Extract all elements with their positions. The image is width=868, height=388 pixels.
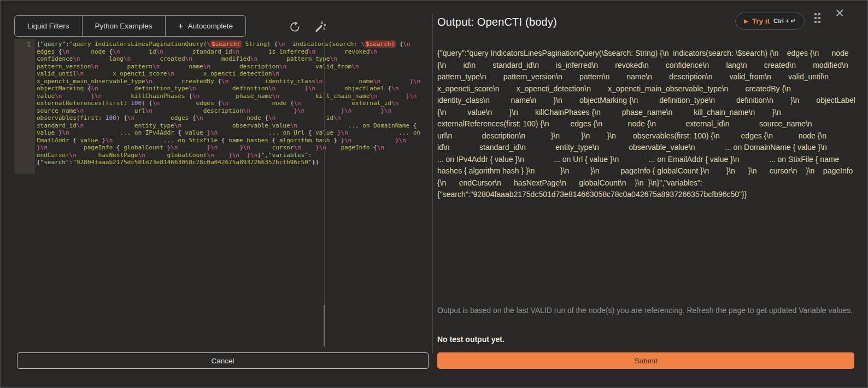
plus-icon: + (178, 21, 184, 31)
refresh-button[interactable] (288, 20, 302, 36)
cancel-button[interactable]: Cancel (17, 352, 429, 369)
close-icon[interactable]: × (835, 5, 844, 21)
editor-gutter: 1 (14, 39, 35, 174)
tab-label: Autocomplete (188, 22, 233, 30)
tab-label: Python Examples (95, 22, 153, 30)
tab-autocomplete[interactable]: + Autocomplete (166, 16, 246, 36)
tab-liquid-filters[interactable]: Liquid Filters (15, 16, 83, 36)
editor-tabbar: Liquid Filters Python Examples + Autocom… (14, 15, 246, 37)
try-it-shortcut: Ctrl + ↵ (773, 18, 796, 25)
magic-wand-button[interactable] (313, 19, 328, 36)
code-editor-content[interactable]: {"query":"query IndicatorsLinesPaginatio… (37, 40, 424, 166)
editor-scrollbar-thumb[interactable] (324, 305, 325, 346)
refresh-icon (289, 21, 301, 33)
magic-wand-icon (314, 20, 327, 33)
try-it-label: Try it (752, 17, 770, 25)
play-icon: ▶ (744, 18, 748, 24)
tab-label: Liquid Filters (27, 22, 69, 30)
output-note: Output is based on the last VALID run of… (437, 305, 858, 316)
line-number: 1 (27, 41, 31, 49)
try-it-button[interactable]: ▶ Try it Ctrl + ↵ (735, 13, 805, 30)
expression-editor-dialog: Liquid Filters Python Examples + Autocom… (0, 0, 868, 388)
output-panel-title: Output: OpenCTI (body) (437, 16, 557, 28)
tab-python-examples[interactable]: Python Examples (83, 16, 166, 36)
no-test-output-status: No test output yet. (437, 335, 505, 344)
panel-divider (432, 14, 433, 354)
drag-handle-grid-icon[interactable] (813, 12, 822, 24)
submit-button[interactable]: Submit (437, 352, 854, 369)
output-body-text: {"query":"query IndicatorsLinesPaginatio… (437, 48, 856, 201)
editor-column-ruler (324, 39, 325, 346)
